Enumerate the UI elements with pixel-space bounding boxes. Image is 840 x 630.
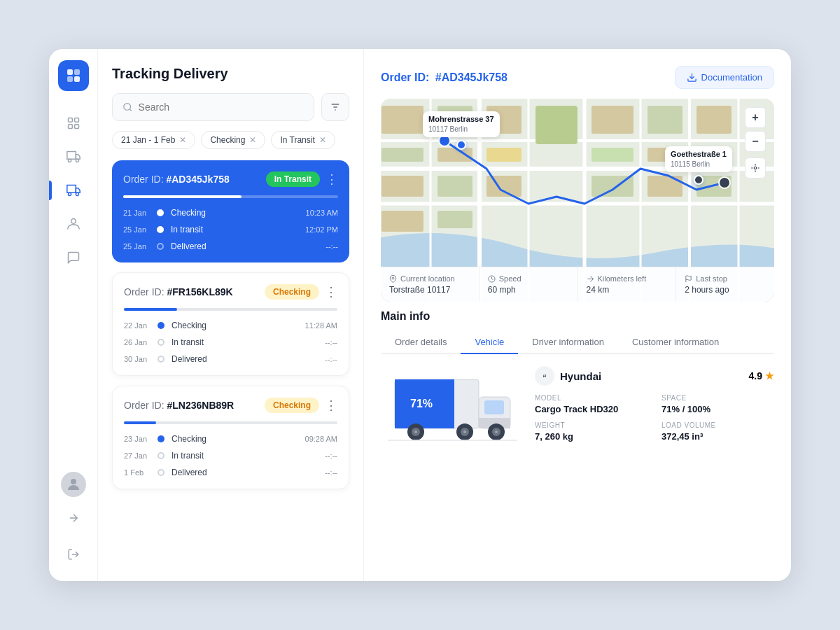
sidebar (49, 49, 98, 581)
order-id-3: Order ID: #LN236NB89R (124, 400, 234, 411)
order-id-2: Order ID: #FR156KL89K (124, 286, 233, 298)
remove-filter-transit[interactable]: ✕ (319, 135, 326, 145)
timeline-item-1-1: 25 Jan In transit 12:02 PM (123, 225, 338, 234)
progress-fill-3 (124, 421, 156, 424)
right-title: Order ID: #AD345Jk758 (381, 71, 507, 84)
svg-point-54 (392, 277, 394, 279)
card-header-1: Order ID: #AD345Jk758 In Transit ⋮ (123, 172, 338, 187)
tl-dot-2-0 (158, 322, 164, 329)
filter-button[interactable] (321, 93, 349, 121)
svg-point-12 (71, 219, 76, 224)
filter-tag-date[interactable]: 21 Jan - 1 Feb ✕ (112, 131, 195, 149)
sidebar-item-arrow[interactable] (58, 503, 89, 533)
svg-rect-62 (484, 400, 504, 414)
left-panel: Tracking Delivery 21 Jan - 1 Feb ✕ Check… (98, 49, 364, 581)
svg-rect-37 (592, 106, 634, 134)
app-logo[interactable] (58, 60, 89, 91)
spec-model: MODEL Cargo Track HD320 (535, 394, 648, 414)
search-box[interactable] (112, 93, 314, 121)
tab-driver[interactable]: Driver information (518, 331, 618, 354)
progress-bar-1 (123, 195, 338, 198)
order-card-1[interactable]: Order ID: #AD345Jk758 In Transit ⋮ 21 Ja… (112, 160, 349, 262)
documentation-button[interactable]: Documentation (675, 66, 774, 89)
order-card-3[interactable]: Order ID: #LN236NB89R Checking ⋮ 23 Jan … (112, 386, 349, 489)
svg-point-53 (754, 167, 757, 169)
svg-rect-3 (74, 76, 80, 82)
svg-rect-2 (67, 76, 73, 82)
tab-vehicle[interactable]: Vehicle (461, 331, 518, 354)
vehicle-details: H Hyundai 4.9 ★ MODEL Cargo Track HD320 (535, 366, 774, 442)
svg-rect-38 (648, 106, 682, 134)
svg-rect-4 (68, 118, 72, 122)
sidebar-item-users[interactable] (58, 209, 89, 239)
svg-point-13 (71, 479, 76, 484)
filter-tag-transit[interactable]: In Transit ✕ (271, 131, 335, 149)
tl-dot-1-2 (157, 243, 164, 250)
sidebar-item-dashboard[interactable] (58, 108, 89, 139)
status-badge-3: Checking (265, 398, 319, 413)
status-badge-2: Checking (265, 284, 319, 300)
vehicle-rating: 4.9 ★ (749, 370, 774, 382)
progress-fill-1 (123, 195, 241, 198)
more-options-2[interactable]: ⋮ (325, 286, 337, 298)
sidebar-nav (58, 108, 89, 466)
star-icon: ★ (765, 370, 774, 382)
svg-rect-40 (592, 148, 634, 162)
filter-tags: 21 Jan - 1 Feb ✕ Checking ✕ In Transit ✕ (112, 131, 349, 149)
right-panel: Order ID: #AD345Jk758 Documentation (364, 49, 791, 581)
spec-load-volume: LOAD VOLUME 372,45 in³ (662, 421, 774, 442)
filter-tag-checking[interactable]: Checking ✕ (201, 131, 265, 149)
map-info-location: Current location Torstraße 10117 (381, 267, 479, 302)
tl-dot-3-2 (158, 469, 164, 476)
map-info-location-label: Current location (389, 274, 470, 283)
vehicle-brand-row: H Hyundai 4.9 ★ (535, 366, 774, 386)
panel-title: Tracking Delivery (112, 66, 349, 82)
svg-point-69 (463, 430, 466, 433)
tab-customer[interactable]: Customer information (618, 331, 733, 354)
truck-illustration: 71% (381, 365, 521, 442)
zoom-in-button[interactable]: + (745, 107, 766, 128)
map-info-laststop-label: Last stop (685, 274, 766, 283)
progress-fill-2 (124, 308, 177, 311)
svg-rect-1 (74, 69, 80, 75)
brand-logo: H (535, 366, 554, 386)
order-card-2[interactable]: Order ID: #FR156KL89K Checking ⋮ 22 Jan … (112, 272, 349, 376)
progress-bar-3 (124, 421, 337, 424)
timeline-item-2-2: 30 Jan Delivered --:-- (124, 354, 337, 364)
map-info-km: Kilometers left 24 km (578, 267, 677, 302)
more-options-1[interactable]: ⋮ (326, 173, 338, 186)
sidebar-item-logout[interactable] (58, 539, 89, 570)
svg-rect-42 (382, 176, 424, 197)
locate-button[interactable] (745, 158, 766, 178)
search-row (112, 93, 349, 121)
remove-filter-checking[interactable]: ✕ (249, 135, 256, 145)
tl-dot-2-1 (158, 339, 164, 346)
right-header: Order ID: #AD345Jk758 Documentation (381, 66, 774, 89)
svg-rect-6 (68, 125, 72, 129)
sidebar-item-messages[interactable] (58, 242, 89, 273)
card-header-2: Order ID: #FR156KL89K Checking ⋮ (124, 284, 337, 300)
search-icon (122, 102, 133, 113)
svg-rect-5 (74, 118, 78, 122)
timeline-item-3-1: 27 Jan In transit --:-- (124, 451, 337, 461)
svg-rect-39 (696, 106, 732, 134)
map-info-speed: Speed 60 mph (479, 267, 578, 302)
remove-filter-date[interactable]: ✕ (179, 135, 186, 145)
svg-point-10 (68, 192, 71, 195)
svg-point-15 (124, 104, 131, 111)
svg-rect-49 (438, 211, 472, 228)
svg-rect-43 (438, 176, 472, 197)
zoom-out-button[interactable]: − (745, 131, 766, 152)
more-options-3[interactable]: ⋮ (325, 399, 337, 412)
pin-end-dot (694, 175, 704, 185)
pin-end-label: Goethestraße 1 10115 Berlin (665, 146, 732, 172)
tab-order-details[interactable]: Order details (381, 331, 461, 354)
avatar[interactable] (61, 472, 86, 497)
spec-weight: WEIGHT 7, 260 kg (535, 421, 648, 442)
search-input[interactable] (139, 102, 304, 113)
sidebar-item-delivery[interactable] (58, 141, 89, 172)
map-info-laststop: Last stop 2 hours ago (676, 267, 774, 302)
sidebar-item-tracking[interactable] (58, 175, 89, 206)
tabs-row: Order details Vehicle Driver information… (381, 331, 774, 354)
svg-rect-59 (395, 379, 398, 428)
